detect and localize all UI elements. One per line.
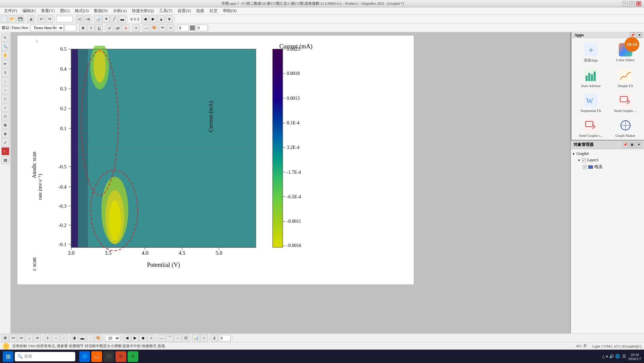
- menu-graph[interactable]: 图(G): [57, 7, 73, 14]
- menu-connect[interactable]: 连接: [193, 7, 207, 14]
- bt-line-btn[interactable]: /: [60, 334, 67, 342]
- app-simple-fit[interactable]: Simple Fit: [609, 67, 642, 90]
- app-sequential-fit[interactable]: W Sequential Fit: [574, 91, 607, 115]
- value-input-2[interactable]: [196, 25, 208, 31]
- taskbar-terminal-icon[interactable]: ⬛: [103, 351, 114, 362]
- bt-circle-btn[interactable]: ○: [200, 334, 208, 342]
- obj-manager-controls[interactable]: 📌 ⊞ ✕: [623, 142, 641, 148]
- color-box-1[interactable]: [190, 25, 195, 31]
- taskbar-excel-icon[interactable]: X: [128, 351, 138, 362]
- obj-manager-close-button[interactable]: ✕: [636, 142, 641, 148]
- bt-align-justify[interactable]: ≡: [147, 334, 155, 342]
- menu-view[interactable]: 查看(V): [38, 7, 57, 14]
- alpha-beta-button[interactable]: αβ: [114, 24, 121, 32]
- graph-button[interactable]: 📊: [94, 15, 102, 23]
- bt-btn2[interactable]: ↤: [9, 334, 17, 342]
- minimize-button[interactable]: ─: [623, 1, 628, 6]
- bt-align-right[interactable]: ▶: [131, 334, 139, 342]
- rotate-up-button[interactable]: ▲: [157, 15, 165, 23]
- pointer-tool[interactable]: ↖: [1, 34, 9, 42]
- value-input-1[interactable]: [177, 25, 189, 31]
- obj-tree-current[interactable]: ✓ 电流: [583, 163, 643, 170]
- bt-align-left[interactable]: ◀: [123, 334, 131, 342]
- title-bar-controls[interactable]: ─ □ ✕: [623, 1, 641, 6]
- apps-panel-close-button[interactable]: ✕: [637, 32, 642, 38]
- menu-edit[interactable]: 编辑(E): [20, 7, 38, 14]
- maximize-button[interactable]: □: [629, 1, 635, 6]
- obj-tree-graph4[interactable]: ▼ Graph4: [572, 151, 643, 157]
- rescale-tool[interactable]: ⤢: [1, 138, 9, 147]
- menu-quick-analysis[interactable]: 快捷分析(Q): [129, 7, 156, 14]
- app-graph-maker[interactable]: Graph Maker: [609, 116, 642, 140]
- circle-tool[interactable]: ○: [1, 104, 9, 112]
- font-size-input[interactable]: 25: [64, 25, 76, 31]
- bt-bar-btn[interactable]: ▬: [79, 334, 86, 342]
- bt-line-style1[interactable]: —: [158, 334, 165, 342]
- taskbar-search[interactable]: 🔍 搜索: [15, 352, 75, 361]
- layer1-checkbox[interactable]: ✓: [582, 158, 586, 162]
- fill-color-button[interactable]: 🎨: [151, 24, 158, 32]
- layer-tool[interactable]: ▤: [1, 156, 9, 164]
- bt-arrow-btn[interactable]: →: [52, 334, 59, 342]
- redo-button[interactable]: ↪: [46, 15, 53, 23]
- bt-btn3[interactable]: ↦: [17, 334, 25, 342]
- arrow-tool[interactable]: →: [1, 86, 9, 94]
- taskbar-firefox-icon[interactable]: 🦊: [91, 351, 102, 362]
- menu-social[interactable]: 社交: [207, 7, 220, 14]
- canvas-area[interactable]: 1: [11, 32, 570, 333]
- bt-btn5[interactable]: ⇔: [34, 334, 41, 342]
- undo-button[interactable]: ↩: [38, 15, 45, 23]
- zoom-input[interactable]: 100%: [56, 16, 73, 23]
- obj-manager-expand-button[interactable]: ⊞: [629, 142, 635, 148]
- align-left-button[interactable]: ≡: [132, 24, 140, 32]
- app-send-graphs[interactable]: Send Graphs ...: [609, 91, 642, 115]
- bt-scatter-btn[interactable]: ·: [87, 334, 94, 342]
- menu-settings[interactable]: 设置(S): [175, 7, 193, 14]
- zoom-tool[interactable]: 🔍: [1, 42, 9, 50]
- add-col-button[interactable]: +C: [76, 15, 83, 23]
- line-draw-tool[interactable]: /: [1, 77, 9, 85]
- bt-btn4[interactable]: ↕: [26, 334, 33, 342]
- bar-button[interactable]: ▬: [119, 15, 126, 23]
- bt-curve-btn[interactable]: ⌒: [166, 334, 173, 342]
- print-button[interactable]: 🖨: [27, 15, 35, 23]
- save-button[interactable]: 💾: [17, 15, 24, 23]
- new-button[interactable]: 📄: [1, 15, 8, 23]
- menu-format[interactable]: 格式(O): [72, 7, 91, 14]
- obj-manager-pin-button[interactable]: 📌: [623, 142, 628, 148]
- underline-button[interactable]: U: [95, 24, 103, 32]
- bt-btn1[interactable]: ⊞: [1, 334, 9, 342]
- data-reader-tool[interactable]: ⊕: [1, 130, 9, 138]
- bt-align-center[interactable]: ◆: [139, 334, 147, 342]
- bt-color-btn[interactable]: 🎨: [95, 334, 102, 342]
- font-name-select[interactable]: Times New Roman: [30, 25, 64, 31]
- line-width-button[interactable]: ≈: [167, 24, 174, 32]
- line-style-button[interactable]: —: [143, 24, 150, 32]
- menu-file[interactable]: 文件(F): [1, 7, 20, 14]
- bold-button[interactable]: B: [79, 24, 87, 32]
- bt-graph-type[interactable]: 📊: [192, 334, 200, 342]
- pan-tool[interactable]: ✋: [1, 51, 9, 59]
- scatter-button[interactable]: ✦: [102, 15, 110, 23]
- bt-angle-input[interactable]: [219, 335, 231, 341]
- obj-tree-layer1[interactable]: ▼ ✓ Layer1: [578, 157, 643, 163]
- draw-tool[interactable]: ✏: [1, 60, 9, 68]
- color-tool[interactable]: C: [1, 147, 9, 155]
- region-tool[interactable]: ⊞: [1, 121, 9, 129]
- polygon-tool[interactable]: ⬡: [1, 112, 9, 120]
- line-button[interactable]: ╱: [110, 15, 118, 23]
- start-button[interactable]: ⊞: [3, 351, 13, 362]
- bt-connect-btn[interactable]: ⊡: [182, 334, 189, 342]
- app-send-graphs-t[interactable]: Send Graphs t...: [574, 116, 607, 140]
- rotate-down-button[interactable]: ▼: [166, 15, 173, 23]
- text-tool[interactable]: T: [1, 69, 9, 77]
- bt-dots-btn[interactable]: ···: [174, 334, 181, 342]
- close-button[interactable]: ✕: [636, 1, 641, 6]
- menu-tools[interactable]: 工具(T): [156, 7, 175, 14]
- rotate-right-button[interactable]: ▶: [149, 15, 157, 23]
- menu-analysis[interactable]: 分析(A): [110, 7, 130, 14]
- stroke-color-button[interactable]: ✏: [159, 24, 166, 32]
- italic-button[interactable]: I: [87, 24, 95, 32]
- taskbar-browser-icon[interactable]: 🌐: [79, 351, 90, 362]
- font-size-bottom-select[interactable]: 10 12: [105, 335, 120, 341]
